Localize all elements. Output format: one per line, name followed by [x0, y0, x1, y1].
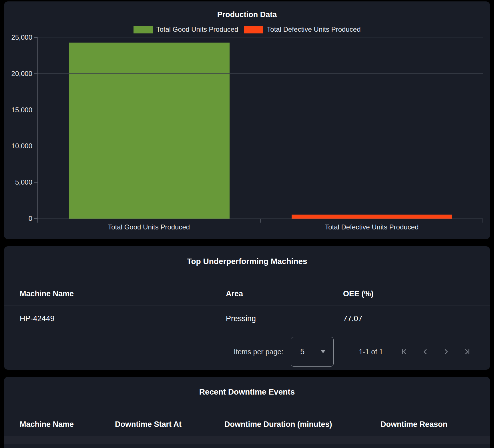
paginator-range-label: 1-1 of 1 [359, 348, 383, 356]
y-axis-tick [34, 218, 37, 219]
chevron-down-icon [321, 350, 325, 353]
legend-item-total-good-units-produced[interactable]: Total Good Units Produced [134, 25, 238, 33]
cell-machine-name: HP-42449 [20, 314, 226, 323]
table-row-partial[interactable] [4, 436, 490, 444]
legend-label: Total Good Units Produced [156, 25, 238, 33]
paginator-buttons [400, 347, 472, 356]
bar-total-defective-units-produced[interactable] [292, 215, 452, 219]
underperforming-table-header-row: Machine Name Area OEE (%) [4, 282, 490, 305]
legend-swatch-icon [134, 26, 153, 33]
x-category-label: Total Defective Units Produced [260, 223, 483, 231]
page-size-select[interactable]: 5 [291, 337, 334, 367]
y-axis-tick [34, 73, 37, 74]
downtime-table-title: Recent Downtime Events [4, 377, 490, 397]
y-tick-label: 25,000 [11, 34, 32, 41]
items-per-page-label: Items per page: [234, 348, 284, 356]
chart-title: Production Data [4, 1, 490, 19]
column-header-downtime-reason: Downtime Reason [381, 420, 474, 429]
production-chart-card: Production Data Total Good Units Produce… [4, 1, 490, 239]
y-axis-tick [34, 182, 37, 183]
legend-label: Total Defective Units Produced [267, 25, 360, 33]
chart-category-labels: Total Good Units ProducedTotal Defective… [37, 223, 483, 231]
column-header-machine-name: Machine Name [20, 289, 226, 298]
column-header-oee: OEE (%) [343, 289, 474, 298]
last-page-button[interactable] [463, 347, 472, 356]
downtime-events-card: Recent Downtime Events Machine Name Down… [4, 377, 490, 448]
dashboard-page: Production Data Total Good Units Produce… [0, 0, 494, 448]
previous-page-button[interactable] [421, 347, 429, 356]
x-axis-tick [483, 219, 483, 223]
y-tick-label: 15,000 [11, 107, 32, 113]
chart-plot-area: 05,00010,00015,00020,00025,000 [37, 37, 483, 219]
last-page-icon [463, 347, 472, 356]
y-tick-label: 20,000 [11, 70, 32, 77]
cell-area: Pressing [226, 314, 343, 323]
first-page-icon [400, 347, 408, 356]
column-header-downtime-duration: Downtime Duration (minutes) [224, 420, 381, 429]
paginator: Items per page: 5 1-1 of 1 [4, 332, 490, 367]
y-tick-label: 0 [29, 215, 32, 222]
gridline [38, 37, 483, 37]
column-header-downtime-start: Downtime Start At [115, 420, 224, 429]
next-page-button[interactable] [442, 347, 451, 356]
bar-slot-total-defective-units-produced [261, 37, 483, 219]
y-tick-label: 5,000 [15, 179, 32, 186]
y-tick-label: 10,000 [11, 143, 32, 149]
gridline [38, 73, 483, 74]
page-size-value: 5 [300, 347, 304, 356]
chart-bars [38, 37, 483, 219]
column-header-machine-name: Machine Name [20, 420, 115, 429]
gridline [38, 110, 483, 110]
column-header-area: Area [226, 289, 343, 298]
underperforming-table-title: Top Underperforming Machines [4, 246, 490, 266]
gridline [38, 146, 483, 146]
chart-legend: Total Good Units ProducedTotal Defective… [4, 25, 490, 33]
x-axis-tick [260, 219, 261, 223]
chevron-right-icon [442, 347, 451, 356]
gridline [38, 182, 483, 182]
chevron-left-icon [421, 347, 429, 356]
table-row[interactable]: HP-42449 Pressing 77.07 [4, 305, 490, 332]
y-axis-tick [34, 146, 37, 146]
legend-item-total-defective-units-produced[interactable]: Total Defective Units Produced [244, 25, 360, 33]
x-category-label: Total Good Units Produced [37, 223, 260, 231]
cell-oee: 77.07 [343, 314, 474, 323]
x-axis-tick [37, 219, 38, 223]
downtime-table-header-row: Machine Name Downtime Start At Downtime … [4, 413, 490, 436]
bar-slot-total-good-units-produced [38, 37, 261, 219]
underperforming-machines-card: Top Underperforming Machines Machine Nam… [4, 246, 490, 370]
bar-total-good-units-produced[interactable] [69, 43, 230, 219]
y-axis-tick [34, 110, 37, 110]
y-axis-tick [34, 37, 37, 38]
legend-swatch-icon [244, 26, 263, 33]
first-page-button[interactable] [400, 347, 408, 356]
